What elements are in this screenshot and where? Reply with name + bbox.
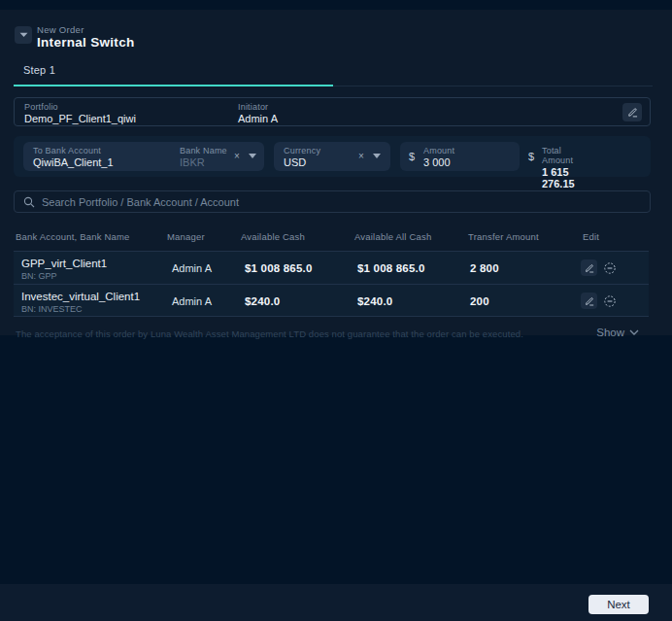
portfolio-value: Demo_PF_Client1_qiwi [24,113,136,124]
search-icon [23,196,35,208]
amount-inner: Amount 3 000 [423,146,454,168]
col-available-cash: Available Cash [241,231,305,242]
col-bank-account: Bank Account, Bank Name [16,231,130,242]
currency-dropdown-icon[interactable] [373,154,381,158]
col-transfer-amount: Transfer Amount [468,231,539,242]
amount-currency-symbol: $ [409,151,415,162]
bank-name-label: Bank Name [180,146,227,155]
page-title: Internal Switch [37,35,135,50]
account-name: GPP_virt_Client1 [21,258,107,269]
portfolio-box: Portfolio Demo_PF_Client1_qiwi Initiator… [14,97,651,126]
new-order-panel: New Order Internal Switch Step 1 Portfol… [0,10,672,335]
total-amount-inner: Total Amount 1 615 276.15 [542,146,575,190]
pencil-icon [585,296,594,306]
to-bank-account-inner: To Bank Account QiwiBA_Client_1 [33,146,114,168]
available-cash-cell: $240.0 [245,295,280,307]
remove-row-button[interactable] [601,293,618,309]
bank-name-dropdown-icon[interactable] [249,154,256,158]
to-bank-account-field[interactable]: To Bank Account QiwiBA_Client_1 Bank Nam… [23,142,264,171]
currency-inner: Currency USD [284,146,320,168]
transfer-settings-row: To Bank Account QiwiBA_Client_1 Bank Nam… [14,136,651,177]
transfer-amount-cell: 200 [470,295,489,307]
search-input[interactable] [42,191,644,212]
remove-circle-icon [603,294,617,308]
amount-label: Amount [423,146,454,155]
total-amount-value: 1 615 276.15 [542,166,575,190]
chevron-down-icon [19,32,28,38]
table-row[interactable]: Investec_virtual_Client1 BN: INVESTEC Ad… [14,284,649,317]
bottom-action-bar: Next [0,584,672,621]
bank-name-sub: BN: GPP [21,271,107,281]
remove-row-button[interactable] [601,259,618,276]
transfer-amount-cell: 2 800 [470,262,499,274]
search-box [14,190,651,213]
available-all-cash-cell: $240.0 [357,295,392,307]
edit-order-button[interactable] [622,103,642,121]
show-toggle[interactable]: Show [596,327,639,338]
bank-name-inner: Bank Name IBKR [180,146,227,168]
manager-cell: Admin A [172,295,212,307]
account-name: Investec_virtual_Client1 [21,291,140,302]
pencil-icon [585,263,594,273]
currency-field[interactable]: Currency USD × [274,142,390,171]
collapse-order-button[interactable] [15,26,32,44]
col-available-all-cash: Available All Cash [354,231,431,242]
amount-field[interactable]: $ Amount 3 000 [400,142,520,171]
edit-cell [581,259,618,276]
total-amount-currency-symbol: $ [528,151,534,162]
col-edit: Edit [583,231,599,242]
currency-label: Currency [284,146,320,155]
edit-row-button[interactable] [581,259,597,276]
edit-cell [581,293,618,309]
account-name-cell: Investec_virtual_Client1 BN: INVESTEC [21,291,140,314]
step-tabbar: Step 1 [14,56,653,86]
order-kicker: New Order [37,24,84,35]
table-row[interactable]: GPP_virt_Client1 BN: GPP Admin A $1 008 … [14,251,649,284]
available-all-cash-cell: $1 008 865.0 [357,262,425,274]
manager-cell: Admin A [172,262,212,274]
amount-value: 3 000 [423,156,454,168]
portfolio-field[interactable]: Portfolio Demo_PF_Client1_qiwi [24,102,136,124]
to-bank-account-value: QiwiBA_Client_1 [33,156,114,168]
portfolio-label: Portfolio [24,102,136,112]
remove-circle-icon [603,261,617,275]
available-cash-cell: $1 008 865.0 [245,262,313,274]
initiator-value: Admin A [238,113,278,124]
table-header: Bank Account, Bank Name Manager Availabl… [14,231,653,245]
bank-name-value: IBKR [180,156,227,168]
next-button[interactable]: Next [588,595,649,614]
bank-name-sub: BN: INVESTEC [21,304,140,314]
show-label: Show [596,327,624,338]
initiator-label: Initiator [238,102,278,112]
chevron-down-icon [629,329,639,335]
total-amount-label: Total Amount [542,146,575,165]
account-name-cell: GPP_virt_Client1 BN: GPP [21,258,107,281]
to-bank-account-label: To Bank Account [33,146,114,155]
tab-step-1[interactable]: Step 1 [14,56,333,86]
initiator-field[interactable]: Initiator Admin A [238,102,278,124]
currency-value: USD [284,156,320,168]
disclaimer-text: The acceptance of this order by Luna Wea… [16,328,523,339]
bank-name-clear-icon[interactable]: × [231,151,243,162]
edit-row-button[interactable] [581,293,597,309]
tab-step-1-label: Step 1 [23,64,55,76]
pencil-icon [627,107,638,118]
col-manager: Manager [167,231,205,242]
currency-clear-icon[interactable]: × [355,151,367,162]
